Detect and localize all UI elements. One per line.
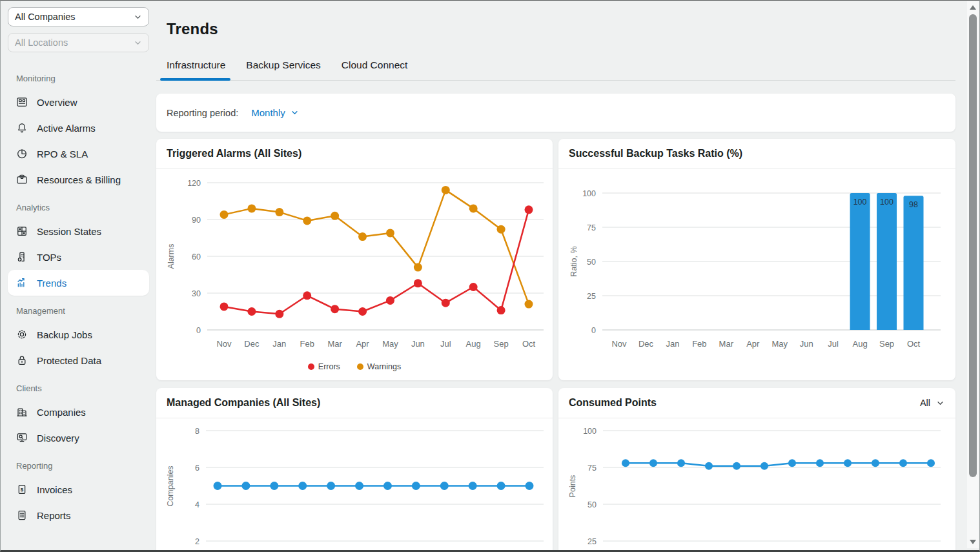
svg-text:Apr: Apr	[356, 339, 369, 349]
svg-text:Jul: Jul	[440, 339, 451, 349]
scrollbar-thumb[interactable]	[969, 14, 977, 477]
overview-icon	[15, 96, 28, 108]
legend-dot	[357, 363, 363, 370]
sidebar-item-resources-billing[interactable]: Resources & Billing	[8, 167, 149, 192]
sidebar-item-label: Invoices	[37, 484, 72, 495]
tab-cloud-connect[interactable]: Cloud Connect	[342, 59, 408, 80]
companies-icon	[15, 405, 28, 418]
svg-text:50: 50	[587, 258, 596, 267]
svg-text:100: 100	[582, 189, 596, 198]
scrollbar-down-arrow-icon[interactable]	[970, 540, 976, 544]
svg-text:Mar: Mar	[327, 339, 342, 349]
svg-text:90: 90	[192, 216, 201, 225]
managed-companies-card: Managed Companies (All Sites) 2468NovDec…	[156, 388, 553, 552]
chevron-down-icon	[133, 12, 143, 22]
triggered-alarms-chart: 0306090120NovDecJanFebMarAprMayJunJulAug…	[156, 169, 553, 380]
company-filter-value: All Companies	[15, 12, 76, 22]
sidebar-item-label: Active Alarms	[37, 123, 96, 134]
svg-text:Points: Points	[568, 475, 577, 498]
sidebar-item-label: Overview	[37, 97, 77, 108]
svg-text:Companies: Companies	[166, 465, 175, 506]
svg-text:50: 50	[587, 500, 597, 509]
svg-text:100: 100	[853, 198, 867, 207]
svg-text:6: 6	[195, 464, 199, 473]
sidebar-item-trends[interactable]: Trends	[8, 270, 149, 296]
tab-infrastructure[interactable]: Infrastructure	[167, 59, 225, 80]
sidebar-item-rpo-sla[interactable]: RPO & SLA	[8, 141, 149, 167]
svg-text:Feb: Feb	[692, 339, 706, 349]
card-title: Consumed Points	[569, 397, 657, 409]
consumed-points-filter[interactable]: All	[920, 398, 945, 408]
sidebar-item-tops[interactable]: TOPs	[8, 244, 149, 270]
backup-ratio-chart: 0255075100NovDecJanFebMarAprMayJunJulAug…	[558, 169, 955, 380]
sidebar-item-label: Trends	[37, 278, 66, 289]
chart-legend: ErrorsWarnings	[156, 362, 553, 371]
sidebar-item-label: RPO & SLA	[37, 148, 88, 159]
sidebar-section-label: Analytics	[16, 203, 141, 212]
sidebar-item-reports[interactable]: Reports	[8, 502, 149, 528]
bell-icon	[15, 121, 28, 134]
company-filter-select[interactable]: All Companies	[8, 7, 149, 26]
tab-backup-services[interactable]: Backup Services	[246, 59, 320, 80]
svg-text:$: $	[21, 487, 24, 493]
consumed-points-chart: 255075100NovDecJanFebMarAprMayJunJulAugS…	[558, 418, 955, 552]
legend-item-warnings: Warnings	[357, 362, 401, 371]
sidebar-item-protected-data[interactable]: Protected Data	[8, 347, 149, 373]
svg-text:98: 98	[909, 200, 918, 209]
location-filter-select[interactable]: All Locations	[8, 33, 149, 52]
svg-text:Aug: Aug	[466, 339, 481, 349]
svg-text:8: 8	[195, 427, 199, 436]
reporting-period-dropdown[interactable]: Monthly	[251, 107, 300, 118]
legend-label: Errors	[318, 362, 340, 371]
sidebar-item-label: Resources & Billing	[37, 174, 121, 185]
reporting-period-value: Monthly	[251, 107, 285, 118]
sidebar-item-overview[interactable]: Overview	[8, 89, 149, 115]
reporting-period-card: Reporting period: Monthly	[156, 94, 955, 132]
svg-text:Nov: Nov	[216, 339, 232, 349]
trends-icon	[15, 276, 28, 289]
svg-text:120: 120	[187, 179, 201, 188]
charts-grid: Triggered Alarms (All Sites) 0306090120N…	[156, 139, 955, 552]
svg-text:Oct: Oct	[907, 339, 921, 349]
chevron-down-icon	[290, 108, 300, 118]
sidebar-item-label: Session States	[37, 226, 101, 237]
consumed-points-card: Consumed Points All 255075100NovDecJanFe…	[558, 388, 955, 552]
card-title: Managed Companies (All Sites)	[167, 397, 320, 409]
sidebar-item-discovery[interactable]: Discovery	[8, 425, 149, 451]
sidebar-section-label: Management	[16, 306, 141, 316]
legend-item-errors: Errors	[308, 362, 340, 371]
sidebar-item-label: Protected Data	[37, 355, 101, 366]
svg-text:Sep: Sep	[879, 339, 894, 349]
sidebar-item-session-states[interactable]: Session States	[8, 218, 149, 244]
wallet-icon	[15, 173, 28, 186]
lock-icon	[15, 354, 28, 367]
svg-text:25: 25	[587, 292, 596, 301]
pie-icon	[15, 147, 28, 160]
svg-text:Ratio, %: Ratio, %	[569, 246, 578, 276]
discovery-icon	[15, 431, 28, 444]
sidebar-item-companies[interactable]: Companies	[8, 399, 149, 425]
sidebar: All Companies All Locations MonitoringOv…	[1, 1, 156, 550]
sidebar-item-backup-jobs[interactable]: Backup Jobs	[8, 322, 149, 347]
consumed-points-filter-value: All	[920, 398, 930, 408]
sidebar-item-active-alarms[interactable]: Active Alarms	[8, 115, 149, 141]
sidebar-item-invoices[interactable]: $Invoices	[8, 476, 149, 502]
svg-text:2: 2	[195, 537, 199, 546]
chevron-down-icon	[935, 398, 945, 408]
chevron-down-icon	[133, 38, 143, 48]
sidebar-section-label: Monitoring	[16, 74, 141, 83]
location-filter-placeholder: All Locations	[15, 37, 68, 48]
page-title: Trends	[167, 20, 955, 38]
session-states-icon	[15, 225, 28, 238]
sidebar-item-label: Reports	[37, 510, 71, 521]
scrollbar-up-arrow-icon[interactable]	[970, 5, 976, 10]
svg-text:Aug: Aug	[853, 339, 868, 349]
svg-text:May: May	[382, 339, 398, 349]
svg-text:Jun: Jun	[411, 339, 425, 349]
svg-text:Alarms: Alarms	[167, 244, 176, 269]
gear-icon	[15, 328, 28, 341]
svg-text:Dec: Dec	[638, 339, 654, 349]
backup-ratio-card: Successful Backup Tasks Ratio (%) 025507…	[558, 139, 955, 380]
sidebar-item-label: Backup Jobs	[37, 329, 92, 340]
svg-text:Jan: Jan	[666, 339, 679, 349]
